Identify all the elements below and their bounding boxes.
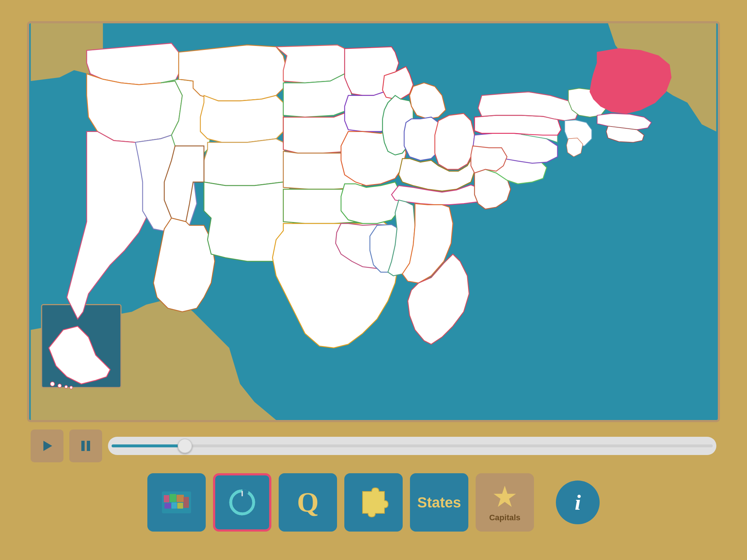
svg-rect-14 — [171, 502, 177, 509]
info-icon: i — [575, 490, 581, 515]
svg-rect-15 — [177, 503, 183, 509]
slider-thumb[interactable] — [178, 439, 192, 453]
slider-fill — [112, 444, 184, 447]
app-container: Q States ★ Capitals i — [16, 10, 731, 550]
states-button-label: States — [417, 494, 461, 511]
slider-track — [112, 444, 713, 447]
svg-marker-6 — [43, 441, 52, 451]
svg-text:Q: Q — [297, 487, 319, 518]
svg-point-5 — [70, 386, 73, 389]
svg-rect-12 — [177, 495, 184, 502]
info-button[interactable]: i — [556, 481, 600, 524]
svg-rect-13 — [165, 503, 171, 509]
capitals-button-label: Capitals — [489, 513, 520, 522]
controls-row — [27, 429, 720, 462]
puzzle-button[interactable] — [344, 473, 403, 532]
svg-rect-7 — [81, 441, 85, 451]
capitals-button[interactable]: ★ Capitals — [476, 473, 534, 532]
us-map-svg — [29, 23, 718, 420]
map-frame — [27, 21, 720, 422]
svg-rect-8 — [87, 441, 90, 451]
svg-point-3 — [58, 384, 62, 388]
map-overview-button[interactable] — [147, 473, 206, 532]
bottom-toolbar: Q States ★ Capitals i — [27, 470, 720, 535]
compass-button[interactable] — [213, 473, 271, 532]
capitals-star-icon: ★ — [492, 482, 518, 512]
svg-rect-10 — [164, 495, 169, 502]
play-button[interactable] — [31, 429, 63, 462]
states-button[interactable]: States — [410, 473, 468, 532]
quiz-button[interactable]: Q — [279, 473, 337, 532]
pause-button[interactable] — [69, 429, 102, 462]
svg-point-4 — [65, 385, 67, 388]
progress-slider-container — [108, 437, 716, 455]
svg-rect-11 — [170, 494, 176, 502]
svg-rect-16 — [183, 497, 189, 508]
svg-point-2 — [50, 382, 55, 386]
